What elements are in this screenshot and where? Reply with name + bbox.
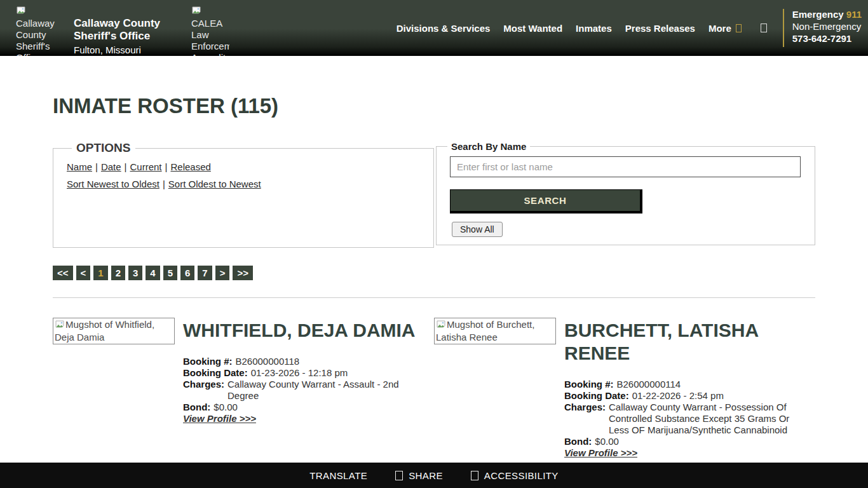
site-header: Callaway County Sheriff's Office Callawa…: [0, 0, 868, 56]
site-title: Callaway County Sheriff's Office: [74, 17, 174, 43]
separator: |: [165, 161, 168, 172]
filter-current-link[interactable]: Current: [130, 161, 162, 172]
sort-links: Sort Newest to Oldest|Sort Oldest to New…: [67, 179, 426, 189]
show-all-button[interactable]: Show All: [452, 222, 503, 237]
non-emergency-number: 573-642-7291: [792, 32, 862, 44]
charges-label: Charges:: [564, 402, 606, 436]
emergency-line: Emergency 911: [792, 8, 862, 20]
booking-date-value: 01-23-2026 - 12:18 pm: [251, 367, 348, 379]
nav-inmates[interactable]: Inmates: [576, 23, 612, 34]
utility-footer: TRANSLATE SHARE ACCESSIBILITY: [0, 463, 868, 488]
nav-more[interactable]: More: [709, 23, 742, 34]
search-icon[interactable]: [761, 24, 767, 32]
charges-label: Charges:: [183, 379, 224, 402]
nav-most-wanted[interactable]: Most Wanted: [503, 23, 562, 34]
broken-image-icon: [16, 5, 26, 18]
site-subtitle: Fulton, Missouri: [74, 44, 174, 56]
booking-date-value: 01-22-2026 - 2:54 pm: [632, 390, 724, 402]
page-7-button[interactable]: 7: [198, 266, 212, 280]
mugshot-broken-image[interactable]: Mugshot of Burchett, Latisha Renee: [434, 318, 556, 344]
pagination: << < 1 2 3 4 5 6 7 > >>: [53, 266, 815, 280]
booking-number-label: Booking #:: [183, 356, 233, 367]
booking-date-label: Booking Date:: [183, 367, 248, 379]
page-next-button[interactable]: >: [215, 266, 230, 280]
booking-date-row: Booking Date: 01-23-2026 - 12:18 pm: [183, 367, 429, 379]
page-first-button[interactable]: <<: [53, 266, 73, 280]
share-label: SHARE: [409, 470, 443, 481]
accessibility-icon: [471, 471, 478, 480]
view-profile-link[interactable]: View Profile >>>: [183, 413, 256, 424]
charges-value: Callaway County Warrant - Possession Of …: [609, 402, 810, 436]
page-5-button[interactable]: 5: [163, 266, 177, 280]
view-profile-link[interactable]: View Profile >>>: [564, 447, 637, 458]
booking-number-label: Booking #:: [564, 379, 614, 390]
page-prev-button[interactable]: <: [76, 266, 91, 280]
page-title: INMATE ROSTER (115): [53, 94, 815, 118]
nav-press-releases[interactable]: Press Releases: [625, 23, 695, 34]
header-divider: [783, 9, 784, 47]
inmate-card: Mugshot of Burchett, Latisha Renee BURCH…: [434, 318, 815, 459]
bond-row: Bond: $0.00: [564, 436, 810, 447]
options-legend: OPTIONS: [72, 141, 135, 155]
broken-image-icon: [436, 319, 446, 332]
accessibility-button[interactable]: ACCESSIBILITY: [471, 470, 559, 481]
booking-number-row: Booking #: B26000000118: [183, 356, 429, 367]
non-emergency-label: Non-Emergency: [792, 20, 862, 32]
search-panel: Search By Name SEARCH Show All: [436, 141, 815, 245]
separator: |: [95, 161, 98, 172]
broken-image-icon: [55, 319, 65, 332]
booking-number-row: Booking #: B26000000114: [564, 379, 810, 390]
mugshot-alt-text: Mugshot of Burchett, Latisha Renee: [436, 319, 534, 342]
bond-label: Bond:: [183, 402, 210, 413]
search-legend: Search By Name: [447, 141, 530, 152]
charges-row: Charges: Callaway County Warrant - Assau…: [183, 379, 429, 402]
booking-date-row: Booking Date: 01-22-2026 - 2:54 pm: [564, 390, 810, 402]
separator: |: [163, 179, 165, 189]
site-title-block[interactable]: Callaway County Sheriff's Office Fulton,…: [74, 17, 174, 56]
inmate-info: BURCHETT, LATISHA RENEE Booking #: B2600…: [564, 318, 815, 459]
page-1-button[interactable]: 1: [93, 266, 107, 280]
sort-newest-link[interactable]: Sort Newest to Oldest: [67, 179, 159, 189]
mugshot-broken-image[interactable]: Mugshot of Whitfield, Deja Damia: [53, 318, 175, 344]
bond-value: $0.00: [595, 436, 619, 447]
filter-released-link[interactable]: Released: [170, 161, 210, 172]
bond-row: Bond: $0.00: [183, 402, 429, 413]
chevron-down-icon: [736, 24, 742, 32]
inmate-name: BURCHETT, LATISHA RENEE: [564, 319, 810, 365]
translate-button[interactable]: TRANSLATE: [309, 470, 367, 481]
sheriff-logo-alt-text: Callaway County Sheriff's Office: [16, 18, 55, 56]
filter-name-link[interactable]: Name: [67, 161, 92, 172]
filter-date-link[interactable]: Date: [101, 161, 121, 172]
broken-image-icon: [191, 5, 201, 18]
calea-logo-alt-text: CALEA Law Enforcement Accreditation: [191, 18, 229, 56]
booking-date-label: Booking Date:: [564, 390, 629, 402]
inmate-name: WHITFIELD, DEJA DAMIA: [183, 319, 429, 342]
nav-divisions-services[interactable]: Divisions & Services: [397, 23, 491, 34]
filter-links: Name|Date|Current|Released: [67, 161, 426, 172]
emergency-label: Emergency: [792, 9, 844, 20]
page-2-button[interactable]: 2: [111, 266, 125, 280]
share-icon: [395, 471, 403, 480]
main-nav: Divisions & Services Most Wanted Inmates…: [397, 23, 742, 34]
inmate-list: Mugshot of Whitfield, Deja Damia WHITFIE…: [53, 318, 815, 459]
search-button[interactable]: SEARCH: [450, 189, 642, 214]
booking-number-value: B26000000118: [236, 356, 300, 367]
emergency-number: 911: [846, 9, 862, 20]
search-input[interactable]: [450, 156, 801, 177]
page-4-button[interactable]: 4: [146, 266, 159, 280]
translate-label: TRANSLATE: [309, 470, 367, 481]
sort-oldest-link[interactable]: Sort Oldest to Newest: [168, 179, 261, 189]
bond-value: $0.00: [214, 402, 238, 413]
divider: [53, 297, 815, 298]
sheriff-logo-broken-image[interactable]: Callaway County Sheriff's Office: [16, 5, 58, 56]
page-last-button[interactable]: >>: [233, 266, 253, 280]
separator: |: [125, 161, 127, 172]
emergency-contact-block: Emergency 911 Non-Emergency 573-642-7291: [792, 8, 862, 44]
page-6-button[interactable]: 6: [180, 266, 194, 280]
accessibility-label: ACCESSIBILITY: [484, 470, 559, 481]
calea-logo-broken-image[interactable]: CALEA Law Enforcement Accreditation: [191, 5, 229, 56]
page-3-button[interactable]: 3: [128, 266, 142, 280]
share-button[interactable]: SHARE: [395, 470, 443, 481]
bond-label: Bond:: [564, 436, 592, 447]
options-panel: OPTIONS Name|Date|Current|Released Sort …: [53, 141, 434, 248]
